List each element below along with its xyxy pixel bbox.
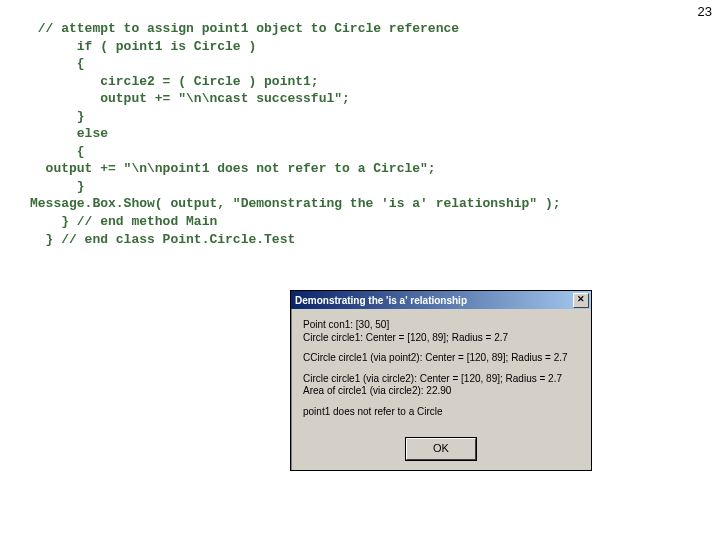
code-block: // attempt to assign point1 object to Ci… (30, 20, 561, 248)
code-line: } (30, 179, 85, 194)
code-line: output += "\n\ncast successful"; (30, 91, 350, 106)
code-line: circle2 = ( Circle ) point1; (30, 74, 319, 89)
dialog-text: CCircle circle1 (via point2): Center = [… (303, 352, 579, 365)
dialog-text: point1 does not refer to a Circle (303, 406, 579, 419)
ok-button[interactable]: OK (406, 438, 476, 460)
code-line: } // end method Main (30, 214, 217, 229)
code-line: // attempt to assign point1 object to Ci… (30, 21, 459, 36)
page-number: 23 (698, 4, 712, 19)
dialog-body: Point con1: [30, 50] Circle circle1: Cen… (291, 309, 591, 434)
code-line: if ( point1 is Circle ) (30, 39, 256, 54)
code-line: { (30, 144, 85, 159)
dialog-button-row: OK (291, 434, 591, 470)
code-line: output += "\n\npoint1 does not refer to … (30, 161, 436, 176)
code-line: { (30, 56, 85, 71)
dialog-text: Circle circle1 (via circle2): Center = [… (303, 373, 579, 398)
message-box-dialog: Demonstrating the 'is a' relationship ✕ … (290, 290, 592, 471)
code-line: } // end class Point.Circle.Test (30, 232, 295, 247)
code-line: else (30, 126, 108, 141)
code-line: Message.Box.Show( output, "Demonstrating… (30, 196, 561, 211)
dialog-titlebar: Demonstrating the 'is a' relationship ✕ (291, 291, 591, 309)
code-line: } (30, 109, 85, 124)
dialog-title: Demonstrating the 'is a' relationship (295, 295, 467, 306)
dialog-text: Point con1: [30, 50] Circle circle1: Cen… (303, 319, 579, 344)
close-icon[interactable]: ✕ (573, 293, 589, 308)
